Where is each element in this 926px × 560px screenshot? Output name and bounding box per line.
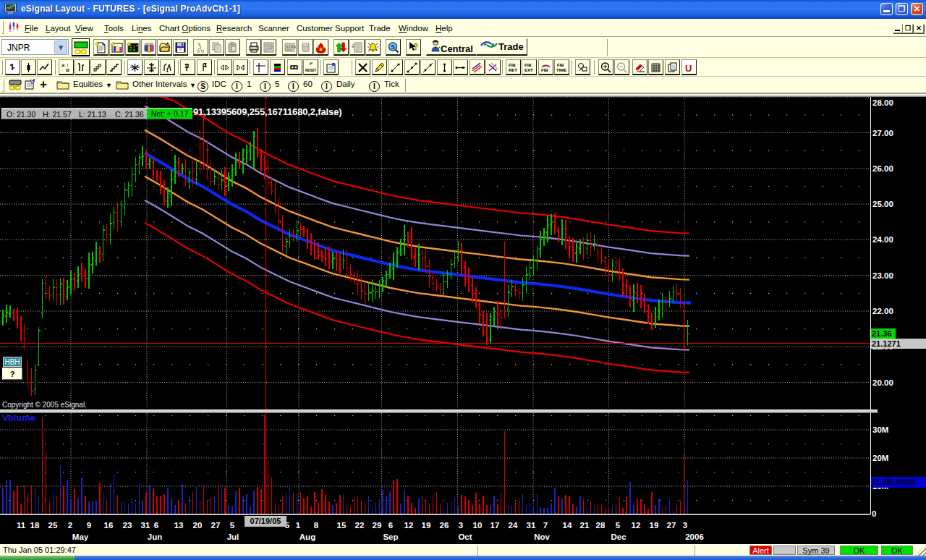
svg-text:28: 28 — [596, 521, 606, 530]
svg-text:5: 5 — [616, 521, 621, 530]
svg-text:30M: 30M — [872, 425, 888, 434]
svg-text:Jun: Jun — [148, 533, 162, 541]
svg-text:0: 0 — [872, 509, 876, 518]
svg-text:3: 3 — [459, 521, 463, 530]
svg-text:25: 25 — [48, 521, 58, 530]
svg-text:6: 6 — [388, 521, 393, 530]
svg-text:31: 31 — [527, 521, 536, 530]
svg-text:25.00: 25.00 — [872, 200, 893, 208]
svg-text:24.00: 24.00 — [872, 235, 893, 244]
svg-text:6: 6 — [154, 521, 158, 530]
svg-text:o: o — [66, 67, 69, 73]
svg-text:5: 5 — [230, 521, 235, 530]
svg-text:Aug: Aug — [300, 533, 315, 541]
svg-text:TIME: TIME — [556, 68, 566, 72]
svg-text:23: 23 — [123, 521, 132, 530]
svg-text:31: 31 — [141, 521, 150, 530]
svg-text:15: 15 — [337, 521, 347, 530]
svg-text:FIB: FIB — [557, 63, 564, 67]
svg-text:11: 11 — [17, 521, 26, 530]
svg-text:×: × — [61, 62, 65, 69]
svg-text:EXT: EXT — [524, 68, 533, 72]
svg-text:Jul: Jul — [227, 533, 239, 541]
svg-text:RESET: RESET — [305, 69, 317, 72]
svg-text:27.00: 27.00 — [872, 129, 893, 137]
svg-text:8: 8 — [314, 521, 319, 530]
svg-text:29: 29 — [373, 521, 382, 530]
svg-text:FIB: FIB — [541, 68, 548, 72]
svg-text:1: 1 — [184, 64, 187, 69]
svg-text:S: S — [391, 43, 395, 51]
svg-text:19: 19 — [422, 521, 431, 530]
svg-text:RET: RET — [509, 68, 517, 72]
svg-text:Sep: Sep — [383, 533, 398, 541]
svg-text:20M: 20M — [872, 454, 888, 462]
svg-text:19: 19 — [650, 521, 659, 530]
svg-text:18: 18 — [30, 521, 40, 530]
svg-text:2006: 2006 — [685, 533, 704, 541]
svg-text:13: 13 — [174, 521, 184, 530]
svg-text:27: 27 — [667, 521, 676, 530]
svg-text:1: 1 — [296, 521, 301, 530]
svg-text:27: 27 — [211, 521, 221, 530]
svg-text:20.00: 20.00 — [872, 378, 893, 387]
svg-text:23.00: 23.00 — [872, 271, 893, 280]
svg-text:?: ? — [413, 42, 418, 52]
svg-text:17: 17 — [490, 521, 500, 530]
svg-text:26.00: 26.00 — [872, 164, 893, 173]
svg-text:Dec: Dec — [611, 533, 626, 541]
svg-text:7: 7 — [543, 521, 548, 530]
svg-text:24: 24 — [509, 521, 518, 530]
svg-text:GO: GO — [266, 43, 273, 48]
svg-text:2: 2 — [68, 521, 72, 530]
svg-text:20: 20 — [193, 521, 203, 530]
svg-text:Oct: Oct — [458, 533, 472, 541]
svg-text:Nov: Nov — [534, 533, 550, 541]
svg-text:14: 14 — [563, 521, 572, 530]
svg-text:3: 3 — [683, 521, 687, 530]
svg-text:21: 21 — [580, 521, 590, 530]
svg-text:May: May — [72, 533, 89, 541]
svg-text:FIB: FIB — [509, 63, 516, 67]
svg-text:26: 26 — [440, 521, 449, 530]
svg-text:XTRA: XTRA — [286, 45, 296, 49]
svg-text:9: 9 — [87, 521, 91, 530]
svg-text:12: 12 — [632, 521, 641, 530]
svg-text:FIB: FIB — [524, 63, 532, 67]
svg-text:22.00: 22.00 — [872, 307, 893, 315]
svg-text:10: 10 — [473, 521, 483, 530]
svg-text:U: U — [685, 63, 692, 74]
svg-text:28.00: 28.00 — [872, 98, 893, 107]
svg-text:16: 16 — [104, 521, 114, 530]
svg-text:22: 22 — [355, 521, 365, 530]
svg-text:12: 12 — [404, 521, 414, 530]
